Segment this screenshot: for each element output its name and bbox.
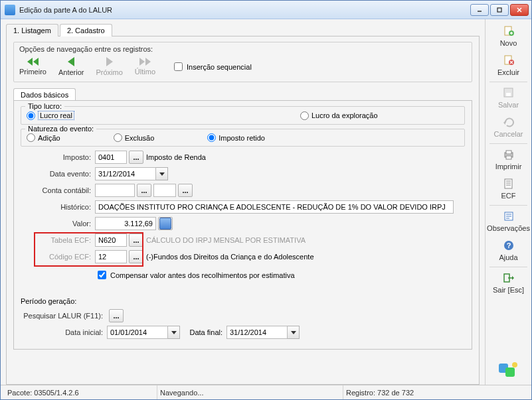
sidebar-ecf[interactable]: ECF [486, 174, 531, 204]
statusbar: Pacote: 03505/1.4.2.6 Navegando... Regis… [1, 385, 531, 399]
tabela-ecf-input[interactable] [95, 233, 127, 247]
natureza-group: Natureza do evento: Adição Exclusão Impo… [21, 129, 465, 147]
radio-imposto-retido[interactable]: Imposto retido [207, 133, 265, 142]
conta-sub-input[interactable] [153, 184, 176, 197]
nav-primeiro[interactable]: Primeiro [19, 58, 46, 76]
data-evento-dropdown[interactable] [156, 167, 168, 180]
radio-lucro-real[interactable]: Lucro real [27, 111, 74, 120]
data-evento-input[interactable] [95, 167, 156, 180]
sidebar-ajuda[interactable]: ?Ajuda [486, 236, 531, 265]
svg-rect-17 [506, 156, 511, 159]
chevron-down-icon [291, 331, 296, 334]
sidebar: Novo Excluir Salvar Cancelar Imprimir EC… [485, 19, 531, 385]
pesquisar-lalur-button[interactable]: ... [109, 309, 124, 322]
status-mode: Navegando... [157, 385, 343, 399]
svg-rect-13 [506, 93, 511, 96]
tabela-ecf-lookup[interactable]: ... [129, 233, 143, 247]
insercao-sequencial-checkbox[interactable] [174, 62, 183, 71]
conta-lookup-1[interactable]: ... [137, 184, 151, 197]
help-icon: ? [501, 239, 516, 252]
window-title: Edição da parte A do LALUR [19, 6, 470, 14]
ecf-icon [501, 177, 516, 190]
calculator-icon [159, 218, 171, 230]
titlebar: Edição da parte A do LALUR [1, 1, 531, 19]
sidebar-sair[interactable]: Sair [Esc] [486, 269, 531, 298]
imposto-desc: Imposto de Renda [146, 153, 206, 161]
minimize-button[interactable] [470, 4, 489, 16]
status-registro: Registro: 732 de 732 [343, 385, 420, 399]
tabela-ecf-desc: CÁLCULO DO IRPJ MENSAL POR ESTIMATIVA [146, 236, 306, 244]
maximize-button[interactable] [490, 4, 509, 16]
data-inicial-dropdown[interactable] [168, 326, 180, 339]
sidebar-salvar[interactable]: Salvar [486, 84, 531, 113]
historico-input[interactable] [95, 200, 454, 214]
codigo-ecf-input[interactable] [95, 250, 127, 263]
svg-rect-1 [497, 8, 501, 12]
note-icon [501, 210, 516, 223]
insercao-sequencial-label: Inserção sequencial [187, 63, 252, 71]
sidebar-novo[interactable]: Novo [486, 22, 531, 51]
codigo-ecf-lookup[interactable]: ... [129, 250, 143, 263]
app-window: Edição da parte A do LALUR 1. Listagem 2… [0, 0, 532, 400]
nav-proximo[interactable]: Próximo [96, 57, 122, 76]
compensar-label: Compensar valor antes dos recolhimentos … [110, 271, 295, 279]
app-icon [5, 5, 15, 15]
imposto-lookup-button[interactable]: ... [129, 151, 143, 164]
nav-anterior[interactable]: Anterior [58, 57, 84, 76]
data-final-input[interactable] [226, 326, 288, 339]
svg-text:?: ? [506, 241, 511, 249]
cadastro-panel: Opções de navegação entre os registros: … [6, 36, 480, 385]
data-final-dropdown[interactable] [288, 326, 300, 339]
arrow-right-icon [106, 57, 113, 66]
conta-contabil-input[interactable] [95, 184, 135, 197]
app-logo-icon [486, 354, 531, 385]
svg-rect-16 [506, 151, 511, 154]
valor-input[interactable] [95, 217, 156, 230]
codigo-ecf-desc: (-)Fundos dos Direitos da Criança e do A… [146, 253, 314, 261]
sidebar-imprimir[interactable]: Imprimir [486, 145, 531, 174]
svg-marker-14 [503, 121, 505, 125]
chevron-down-icon [159, 172, 165, 176]
dados-basicos-panel: Tipo lucro: Lucro real Lucro da exploraç… [13, 100, 472, 350]
tipo-lucro-group: Tipo lucro: Lucro real Lucro da exploraç… [21, 106, 465, 125]
sidebar-observacoes[interactable]: Observações [486, 207, 531, 236]
new-icon [501, 25, 516, 38]
nav-group: Opções de navegação entre os registros: … [13, 42, 472, 82]
radio-lucro-exploracao[interactable]: Lucro da exploração [300, 111, 378, 120]
svg-marker-30 [512, 276, 514, 280]
status-pacote: Pacote: 03505/1.4.2.6 [5, 385, 157, 399]
svg-point-33 [512, 362, 517, 367]
radio-exclusao[interactable]: Exclusão [114, 133, 155, 142]
save-icon [501, 86, 516, 100]
print-icon [501, 148, 516, 161]
nav-header: Opções de navegação entre os registros: [19, 45, 466, 53]
svg-rect-18 [505, 179, 512, 188]
conta-lookup-2[interactable]: ... [178, 184, 193, 197]
arrow-left-icon [68, 57, 74, 66]
tab-cadastro[interactable]: 2. Cadastro [60, 24, 112, 36]
nav-ultimo[interactable]: Último [135, 58, 155, 76]
tab-listagem[interactable]: 1. Listagem [6, 24, 58, 36]
main-tabs: 1. Listagem 2. Cadastro [6, 23, 480, 36]
close-button[interactable] [510, 4, 529, 16]
delete-icon [501, 54, 516, 67]
chevron-down-icon [171, 331, 177, 334]
sidebar-cancelar[interactable]: Cancelar [486, 113, 531, 142]
cancel-icon [501, 115, 516, 129]
compensar-checkbox[interactable] [98, 271, 106, 279]
data-inicial-input[interactable] [107, 326, 168, 339]
inner-tab-dados[interactable]: Dados básicos [13, 88, 76, 101]
sidebar-excluir[interactable]: Excluir [486, 51, 531, 80]
periodo-legend: Período geração: [21, 297, 465, 305]
imposto-input[interactable] [95, 151, 127, 164]
radio-adicao[interactable]: Adição [27, 133, 60, 142]
svg-rect-32 [505, 367, 515, 377]
calc-button[interactable] [158, 217, 173, 230]
exit-icon [501, 271, 516, 285]
